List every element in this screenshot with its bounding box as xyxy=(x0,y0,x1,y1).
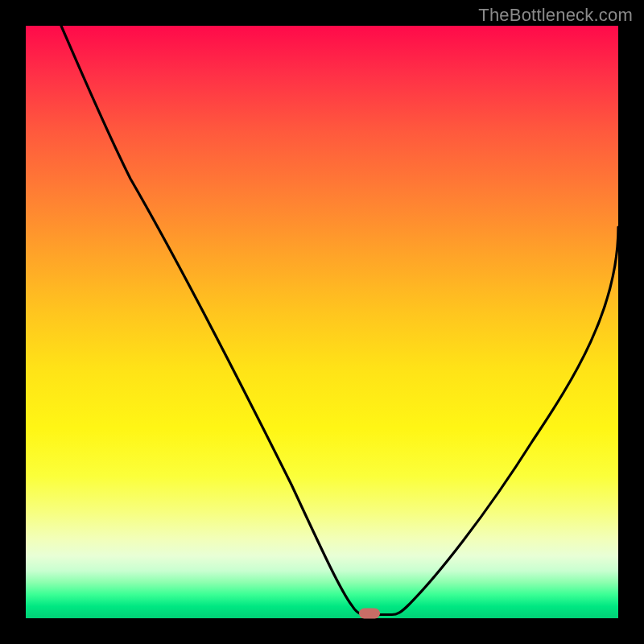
chart-frame: TheBottleneck.com xyxy=(0,0,644,644)
bottleneck-curve xyxy=(26,26,618,618)
optimal-point-marker xyxy=(359,609,380,619)
curve-path xyxy=(61,26,618,615)
plot-area xyxy=(26,26,618,618)
watermark-text: TheBottleneck.com xyxy=(478,5,633,26)
